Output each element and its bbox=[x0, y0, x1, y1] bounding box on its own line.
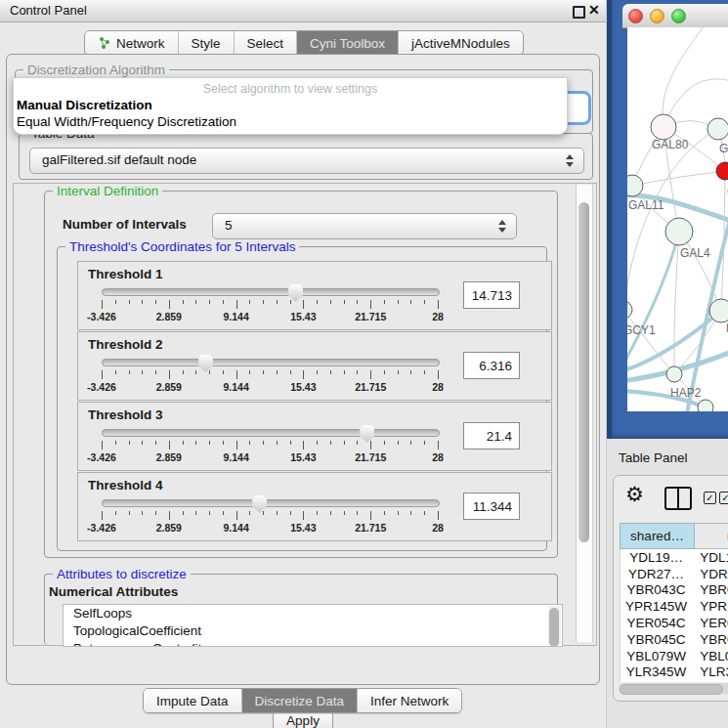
slider-track[interactable] bbox=[102, 288, 440, 296]
tick-label: 9.144 bbox=[223, 451, 248, 463]
threshold-value-field[interactable]: 6.316 bbox=[463, 352, 520, 379]
cell[interactable]: YLR345W bbox=[621, 664, 692, 679]
threshold-slider[interactable]: -3.4262.8599.14415.4321.71528 bbox=[102, 356, 438, 399]
tick-mark bbox=[236, 441, 237, 450]
slider-track[interactable] bbox=[102, 499, 440, 507]
slider-tick-labels: -3.4262.8599.14415.4321.71528 bbox=[102, 451, 438, 463]
network-nodes[interactable] bbox=[627, 114, 728, 411]
dropdown-option-equal-width-frequency[interactable]: Equal Width/Frequency Discretization bbox=[17, 114, 236, 129]
node-gal4[interactable] bbox=[665, 218, 693, 245]
split-columns-icon[interactable] bbox=[664, 487, 692, 510]
cell[interactable]: YPR1 bbox=[692, 599, 728, 614]
cell[interactable]: YDR27… bbox=[621, 567, 692, 581]
tab-impute-data[interactable]: Impute Data bbox=[144, 689, 242, 712]
tick-mark bbox=[209, 511, 210, 515]
combobox-value: 5 bbox=[225, 218, 233, 233]
table-row[interactable]: YDR27…YDR2 bbox=[621, 566, 728, 582]
column-header-shared-name[interactable]: shared… bbox=[620, 523, 695, 549]
float-window-icon[interactable] bbox=[573, 6, 585, 19]
cell[interactable]: YDL1 bbox=[692, 550, 728, 565]
threshold-slider[interactable]: -3.4262.8599.14415.4321.71528 bbox=[102, 426, 438, 469]
threshold-value-field[interactable]: 21.4 bbox=[463, 422, 520, 450]
threshold-value-field[interactable]: 14.713 bbox=[463, 281, 520, 309]
tab-infer-network[interactable]: Infer Network bbox=[358, 689, 461, 712]
cell[interactable]: YER054C bbox=[621, 616, 692, 630]
panel-scrollbar[interactable] bbox=[576, 185, 593, 642]
cell[interactable]: YBR0 bbox=[692, 632, 728, 647]
tab-discretize-data[interactable]: Discretize Data bbox=[242, 689, 359, 712]
table-data-combobox[interactable]: galFiltered.sif default node bbox=[29, 148, 584, 174]
column-header-name[interactable]: na bbox=[695, 523, 728, 549]
tick-label: 15.43 bbox=[290, 311, 316, 322]
checkbox-icon-1[interactable]: ✓ bbox=[704, 492, 716, 504]
table-row[interactable]: YBL079WYBL0 bbox=[621, 648, 728, 664]
network-canvas[interactable]: GAL80 G. C GAL11 GAL4 GCY1 H HAP2 bbox=[627, 27, 728, 411]
table-row[interactable]: YER054CYER0 bbox=[621, 615, 728, 631]
node-gal11[interactable] bbox=[627, 175, 643, 196]
table-horizontal-scrollbar[interactable] bbox=[619, 683, 728, 694]
threshold-slider[interactable]: -3.4262.8599.14415.4321.71528 bbox=[102, 285, 438, 328]
attributes-listbox[interactable]: SelfLoops TopologicalCoefficient Between… bbox=[63, 604, 563, 647]
slider-track[interactable] bbox=[102, 429, 440, 437]
combobox-stepper-icon bbox=[498, 219, 507, 234]
cell[interactable]: YBR043C bbox=[621, 582, 692, 597]
node-top-right[interactable] bbox=[707, 118, 728, 140]
table-row[interactable]: YBR043CYBR0 bbox=[621, 582, 728, 599]
tick-mark bbox=[223, 370, 224, 374]
threshold-value-field[interactable]: 11.344 bbox=[463, 492, 520, 520]
cell[interactable]: YLR3 bbox=[692, 664, 728, 679]
tick-label: -3.426 bbox=[87, 381, 116, 393]
tab-network[interactable]: Network bbox=[85, 31, 179, 55]
tab-cyni-toolbox[interactable]: Cyni Toolbox bbox=[297, 31, 399, 55]
cell[interactable]: YBR0 bbox=[692, 582, 728, 597]
control-panel-titlebar[interactable]: Control Panel ✕ bbox=[0, 0, 606, 22]
table-row[interactable]: YPR145WYPR1 bbox=[621, 598, 728, 615]
cell[interactable]: YDR2 bbox=[692, 567, 728, 581]
cell[interactable]: YPR145W bbox=[621, 599, 692, 614]
slider-tick-labels: -3.4262.8599.14415.4321.71528 bbox=[102, 311, 438, 322]
network-window-titlebar[interactable] bbox=[622, 4, 728, 28]
list-item-selfloops[interactable]: SelfLoops bbox=[64, 605, 562, 622]
node-hap2[interactable] bbox=[666, 366, 682, 382]
list-item-topologicalcoefficient[interactable]: TopologicalCoefficient bbox=[64, 622, 562, 640]
node-right-mid[interactable] bbox=[709, 299, 728, 322]
list-scrollbar[interactable] bbox=[548, 606, 561, 645]
zoom-traffic-light-icon[interactable] bbox=[671, 9, 686, 23]
tick-mark bbox=[195, 511, 196, 515]
table-row[interactable]: YBR045CYBR0 bbox=[621, 631, 728, 648]
table-row[interactable]: YIL052CYIL0 bbox=[621, 680, 728, 682]
minimize-traffic-light-icon[interactable] bbox=[650, 9, 664, 23]
dropdown-option-manual-discretization[interactable]: Manual Discretization bbox=[17, 98, 152, 112]
close-icon[interactable]: ✕ bbox=[588, 2, 600, 18]
table-row[interactable]: YLR345WYLR3 bbox=[621, 664, 728, 681]
threshold-slider[interactable]: -3.4262.8599.14415.4321.71528 bbox=[102, 496, 438, 539]
slider-track[interactable] bbox=[102, 359, 440, 366]
tick-mark bbox=[209, 300, 210, 304]
cell[interactable]: YBL079W bbox=[621, 649, 692, 664]
checkbox-icon-2[interactable]: ✓ bbox=[719, 492, 728, 504]
close-traffic-light-icon[interactable] bbox=[628, 9, 643, 23]
tick-mark bbox=[169, 441, 170, 450]
network-view-window[interactable]: GAL80 G. C GAL11 GAL4 GCY1 H HAP2 bbox=[607, 0, 728, 439]
gear-icon[interactable]: ⚙ bbox=[625, 484, 644, 505]
threshold-coordinates-group: Threshold's Coordinates for 5 Intervals … bbox=[57, 246, 547, 551]
cell[interactable]: YER0 bbox=[692, 616, 728, 630]
number-of-intervals-combobox[interactable]: 5 bbox=[212, 213, 517, 239]
cell[interactable]: YIL052C bbox=[621, 681, 692, 682]
tab-label: Impute Data bbox=[156, 694, 229, 708]
tick-label: 21.715 bbox=[355, 311, 386, 322]
node-bottom-partial[interactable] bbox=[698, 400, 713, 411]
tab-jactivemnodules[interactable]: jActiveMNodules bbox=[399, 31, 523, 55]
node-gal80[interactable] bbox=[651, 114, 676, 140]
tab-select[interactable]: Select bbox=[235, 31, 298, 55]
cell[interactable]: YBR045C bbox=[621, 632, 692, 647]
cell[interactable]: YBL0 bbox=[692, 649, 728, 664]
node-gcy1[interactable] bbox=[627, 301, 632, 319]
cell[interactable]: YDL19… bbox=[621, 550, 692, 565]
tab-style[interactable]: Style bbox=[179, 31, 235, 55]
cell[interactable]: YIL0 bbox=[692, 681, 728, 682]
node-label-gal4: GAL4 bbox=[680, 246, 710, 260]
list-item-betweennesscentrality[interactable]: BetweennessCentrality bbox=[64, 640, 562, 647]
tick-mark bbox=[142, 370, 143, 374]
table-row[interactable]: YDL19…YDL1 bbox=[621, 549, 728, 566]
